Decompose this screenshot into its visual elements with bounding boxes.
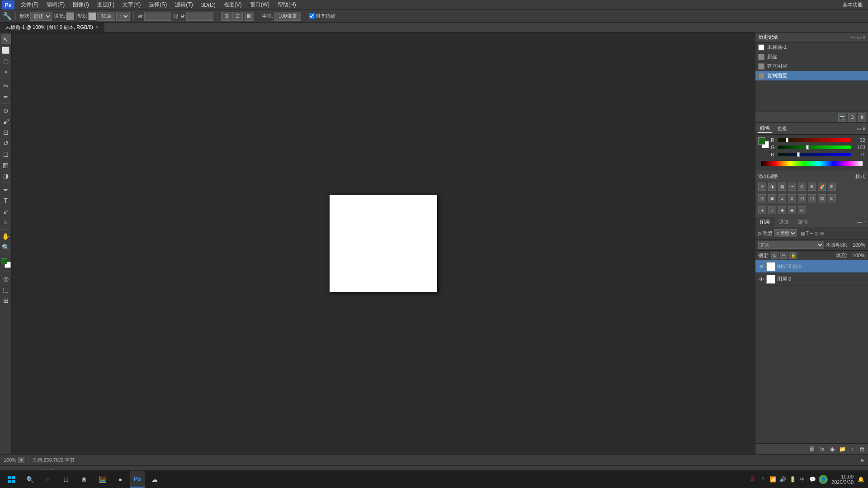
start-button[interactable] xyxy=(4,471,20,488)
shape-tool[interactable]: ○ xyxy=(1,217,11,227)
color-fg-bg-swatch[interactable] xyxy=(758,137,769,148)
s-icon[interactable]: S xyxy=(749,476,756,483)
history-panel-collapse[interactable]: — xyxy=(850,35,855,40)
zoom-dropdown[interactable]: ▼ xyxy=(18,457,24,463)
link-proportions-btn[interactable]: ⛓ xyxy=(173,13,179,19)
lock-all-btn[interactable]: 🔒 xyxy=(789,252,797,259)
quick-select-tool[interactable]: ⌖ xyxy=(1,67,11,77)
battery-icon[interactable]: 🔋 xyxy=(789,476,796,483)
blue-thumb[interactable] xyxy=(797,152,800,157)
antialias-checkbox[interactable] xyxy=(309,13,315,19)
shape-select[interactable]: 形状 xyxy=(30,12,52,21)
layers-tab-paths[interactable]: 路径 xyxy=(793,217,812,227)
menu-image[interactable]: 图像(I) xyxy=(69,0,92,9)
layer-item-0[interactable]: 👁 图层 0 xyxy=(755,273,868,286)
stroke-size-input[interactable] xyxy=(97,12,115,21)
frame-tool[interactable]: ⊞ xyxy=(1,296,11,305)
green-slider[interactable] xyxy=(778,145,851,149)
dodge-tool[interactable]: ◑ xyxy=(1,171,11,181)
adj-color-balance[interactable]: ⊞ xyxy=(828,183,836,191)
layers-panel-collapse[interactable]: — xyxy=(857,220,862,225)
layers-panel-menu[interactable]: ≡ xyxy=(863,220,866,225)
menu-file[interactable]: 文件(F) xyxy=(17,0,42,9)
new-group-btn[interactable]: 📁 xyxy=(838,445,846,453)
adj-gradient-map[interactable]: ▤ xyxy=(818,194,826,202)
adj-style-2[interactable]: ◇ xyxy=(768,206,776,214)
gradient-tool[interactable]: ▦ xyxy=(1,160,11,170)
adj-style-4[interactable]: ◉ xyxy=(788,206,796,214)
history-item-copy-layer[interactable]: 复制图层 xyxy=(755,71,868,80)
green-thumb[interactable] xyxy=(806,145,809,150)
quick-mask-tool[interactable]: ◎ xyxy=(1,274,11,284)
align-btn-2[interactable]: ⊟ xyxy=(232,12,243,21)
wechat-icon[interactable]: 💬 xyxy=(809,476,816,483)
red-thumb[interactable] xyxy=(786,138,788,142)
radius-input[interactable] xyxy=(274,12,301,21)
photoshop-taskbar-btn[interactable]: Ps xyxy=(130,471,145,488)
layers-tab-layers[interactable]: 图层 xyxy=(755,217,774,227)
clock[interactable]: 10:00 2020/3/30 xyxy=(831,474,854,485)
crop-tool[interactable]: ✂ xyxy=(1,81,11,91)
network-icon[interactable]: 📶 xyxy=(769,476,776,483)
task-view-btn[interactable]: ○ xyxy=(40,471,56,488)
layer-visibility-0[interactable]: 👁 xyxy=(758,276,764,282)
screen-mode-tool[interactable]: ⬚ xyxy=(1,285,11,295)
move-tool[interactable]: ↖ xyxy=(1,34,11,44)
adj-curves[interactable]: 〜 xyxy=(788,183,796,191)
menu-3d[interactable]: 3D(D) xyxy=(198,1,219,9)
eraser-tool[interactable]: ◻ xyxy=(1,149,11,159)
adj-contrast[interactable]: ◑ xyxy=(768,183,776,191)
adj-channel-mix[interactable]: ⊿ xyxy=(778,194,786,202)
adj-photo-filter[interactable]: ▣ xyxy=(768,194,776,202)
menu-help[interactable]: 帮助(H) xyxy=(274,0,300,9)
adj-brightness[interactable]: ☀ xyxy=(758,183,766,191)
align-btn-1[interactable]: ⊞ xyxy=(221,12,231,21)
hand-tool[interactable]: ✋ xyxy=(1,231,11,241)
color-swatches[interactable] xyxy=(1,258,11,268)
lock-position-btn[interactable]: ✏ xyxy=(780,252,788,259)
color-panel-menu[interactable]: ≡ xyxy=(863,126,865,131)
healing-tool[interactable]: ⊙ xyxy=(1,106,11,116)
lock-pixels-btn[interactable]: ⊡ xyxy=(771,252,778,259)
history-item-document[interactable]: 未标题-1 xyxy=(755,42,868,52)
align-btn-3[interactable]: ⊠ xyxy=(244,12,254,21)
adj-posterize[interactable]: ◰ xyxy=(798,194,806,202)
color-panel-expand[interactable]: ▭ xyxy=(857,126,861,131)
caret-icon[interactable]: ^ xyxy=(759,476,766,483)
pen-tool[interactable]: ✒ xyxy=(1,185,11,195)
adj-threshold[interactable]: ◫ xyxy=(808,194,816,202)
tab-close-btn[interactable]: × xyxy=(96,25,99,30)
foreground-color-swatch[interactable] xyxy=(1,258,7,264)
history-panel-expand[interactable]: ▭ xyxy=(857,35,861,40)
lasso-tool[interactable]: ◌ xyxy=(1,56,11,66)
fill-color-swatch[interactable] xyxy=(66,12,74,20)
add-mask-btn[interactable]: ◉ xyxy=(828,445,836,453)
history-snapshot-btn[interactable]: 📷 xyxy=(838,113,846,122)
menu-edit[interactable]: 编辑(E) xyxy=(43,0,68,9)
adj-black-white[interactable]: ◫ xyxy=(758,194,766,202)
adj-exposure[interactable]: ◎ xyxy=(798,183,806,191)
active-tab[interactable]: 未标题-1 @ 100% (图层 0 副本, RGB/8) × xyxy=(0,23,104,32)
history-item-new[interactable]: 新建 xyxy=(755,52,868,61)
delete-layer-btn[interactable]: 🗑 xyxy=(858,445,866,453)
color-spectrum-bar[interactable] xyxy=(761,161,863,166)
adj-invert[interactable]: ⊗ xyxy=(788,194,796,202)
eyedropper-tool[interactable]: ✒ xyxy=(1,92,11,102)
menu-select[interactable]: 选择(S) xyxy=(145,0,170,9)
color-tab-swatches[interactable]: 色板 xyxy=(775,124,789,133)
text-tool[interactable]: T xyxy=(1,196,11,206)
history-item-new-layer[interactable]: 建立图层 xyxy=(755,61,868,71)
menu-window[interactable]: 窗口(W) xyxy=(246,0,273,9)
adj-style-3[interactable]: ◆ xyxy=(778,206,786,214)
search-taskbar-btn[interactable]: 🔍 xyxy=(22,471,38,488)
history-new-doc-btn[interactable]: 🗒 xyxy=(848,113,856,122)
adj-style-1[interactable]: ◈ xyxy=(758,206,766,214)
marquee-tool[interactable]: ⬜ xyxy=(1,45,11,55)
blue-slider[interactable] xyxy=(778,153,851,156)
store-btn[interactable]: ❀ xyxy=(76,471,92,488)
onedrive-btn[interactable]: ☁ xyxy=(146,471,163,488)
path-select-tool[interactable]: ↙ xyxy=(1,206,11,216)
chrome-btn[interactable]: ● xyxy=(112,471,128,488)
calc-btn[interactable]: 🧮 xyxy=(94,471,110,488)
zoom-tool[interactable]: 🔍 xyxy=(1,242,11,252)
